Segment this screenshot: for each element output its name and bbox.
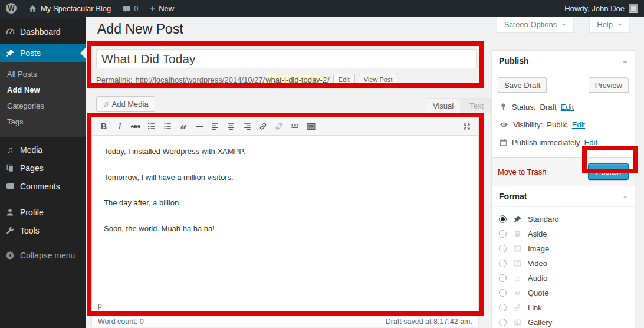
post-title-input[interactable]	[96, 49, 477, 68]
move-to-trash-link[interactable]: Move to Trash	[498, 168, 546, 176]
format-label: Quote	[528, 288, 548, 297]
editor-content-area[interactable]: Today, I installed Wordpress with XAMPP.…	[92, 136, 478, 300]
sidebar-label-posts: Posts	[20, 48, 41, 58]
radio-audio[interactable]	[499, 274, 507, 282]
format-option-gallery[interactable]: Gallery	[499, 315, 627, 328]
strikethrough-button[interactable]: ABC	[129, 120, 143, 133]
radio-standard[interactable]	[499, 215, 507, 223]
screen-options-tab[interactable]: Screen Options	[497, 17, 574, 33]
plus-icon: +	[150, 4, 155, 13]
tab-text[interactable]: Text	[462, 98, 491, 113]
align-left-button[interactable]	[208, 120, 222, 133]
publish-box-header[interactable]: Publish	[492, 51, 635, 71]
radio-aside[interactable]	[499, 230, 507, 238]
format-option-video[interactable]: Video	[499, 256, 627, 271]
comment-bubble-icon	[123, 6, 130, 11]
submenu-tags[interactable]: Tags	[0, 114, 86, 130]
format-option-quote[interactable]: “ Quote	[499, 286, 627, 300]
howdy-user-link[interactable]: Howdy, John Doe	[564, 4, 625, 13]
admin-sidebar: Dashboard Posts All Posts Add New Catego…	[0, 17, 86, 328]
major-publishing-actions: Move to Trash Publish	[492, 157, 635, 186]
user-avatar[interactable]	[629, 4, 638, 13]
site-name-link[interactable]: My Spectacular Blog	[22, 0, 117, 17]
radio-gallery[interactable]	[499, 319, 507, 326]
post-status-pin-icon	[499, 103, 508, 111]
submenu-all-posts[interactable]: All Posts	[0, 66, 86, 82]
format-label: Video	[528, 259, 547, 268]
wordpress-logo-menu[interactable]: W	[0, 0, 22, 17]
blockquote-button[interactable]: “	[176, 120, 190, 133]
video-icon	[512, 259, 523, 268]
schedule-label: Publish immediately	[512, 138, 580, 147]
align-right-button[interactable]	[240, 120, 254, 133]
visibility-row: Visibility: Public Edit	[498, 116, 629, 134]
unlink-button[interactable]	[272, 120, 286, 133]
sidebar-item-comments[interactable]: Comments	[0, 177, 86, 195]
permalink-slug[interactable]: what-i-did-today-2	[265, 75, 327, 85]
pushpin-icon	[512, 215, 523, 224]
editor-toolbar: B I ABC “	[92, 117, 478, 136]
sidebar-item-profile[interactable]: Profile	[0, 203, 86, 221]
sidebar-item-media[interactable]: ♫ Media	[0, 140, 86, 159]
word-count-value: 0	[140, 317, 144, 326]
format-box-header[interactable]: Format	[492, 186, 635, 207]
radio-link[interactable]	[499, 304, 507, 311]
new-content-menu[interactable]: + New	[144, 0, 180, 17]
comments-bubble-icon	[0, 183, 20, 189]
toolbar-toggle-button[interactable]	[304, 120, 318, 133]
submenu-add-new[interactable]: Add New	[0, 82, 86, 98]
page-title: Add New Post	[97, 21, 183, 37]
sidebar-item-dashboard[interactable]: Dashboard	[0, 22, 86, 41]
publish-box: Publish Save Draft Preview Status: Draft…	[491, 50, 635, 186]
image-icon	[512, 244, 523, 253]
horizontal-rule-button[interactable]	[192, 120, 206, 133]
chevron-down-icon	[617, 24, 622, 28]
preview-button[interactable]: Preview	[589, 77, 629, 93]
publish-button[interactable]: Publish	[588, 163, 629, 180]
align-center-button[interactable]	[224, 120, 238, 133]
edit-visibility-link[interactable]: Edit	[572, 120, 585, 129]
radio-video[interactable]	[499, 260, 507, 267]
new-label: New	[159, 4, 174, 13]
format-option-aside[interactable]: Aside	[499, 227, 627, 241]
sidebar-label-tools: Tools	[20, 226, 40, 235]
sidebar-item-collapse-menu[interactable]: Collapse menu	[0, 246, 86, 264]
help-tab[interactable]: Help	[589, 17, 630, 33]
edit-schedule-link[interactable]: Edit	[584, 138, 597, 147]
format-option-standard[interactable]: Standard	[499, 212, 627, 227]
comments-admin-bar[interactable]: 0	[117, 0, 144, 17]
permalink-row: Permalink: http://localhost/wordpress/20…	[96, 73, 397, 87]
element-path[interactable]: p	[98, 301, 102, 310]
toggle-up-icon[interactable]	[623, 193, 627, 198]
admin-bar: W My Spectacular Blog 0 + New Howdy, Joh…	[0, 0, 644, 17]
save-draft-button[interactable]: Save Draft	[498, 77, 547, 93]
radio-image[interactable]	[499, 245, 507, 252]
insert-link-button[interactable]	[256, 120, 270, 133]
format-label: Gallery	[528, 318, 552, 327]
radio-quote[interactable]	[499, 289, 507, 297]
edit-permalink-button[interactable]: Edit	[333, 74, 355, 86]
screen-options-label: Screen Options	[504, 20, 557, 29]
numbered-list-button[interactable]	[160, 120, 175, 133]
bold-button[interactable]: B	[97, 120, 111, 133]
bulleted-list-button[interactable]	[144, 120, 159, 133]
sidebar-item-tools[interactable]: Tools	[0, 221, 86, 240]
format-box-title: Format	[499, 192, 527, 201]
wrench-icon	[0, 226, 20, 235]
permalink-trailing-slash: /	[327, 76, 330, 84]
status-value: Draft	[540, 103, 556, 111]
chevron-down-icon	[561, 24, 566, 28]
view-post-button[interactable]: View Post	[359, 74, 398, 86]
toggle-up-icon[interactable]	[623, 58, 627, 63]
distraction-free-button[interactable]	[459, 120, 474, 133]
add-media-button[interactable]: ♫ Add Media	[96, 96, 155, 111]
format-option-image[interactable]: Image	[499, 241, 627, 256]
italic-button[interactable]: I	[113, 120, 127, 133]
edit-status-link[interactable]: Edit	[561, 103, 574, 111]
tab-visual[interactable]: Visual	[426, 98, 461, 113]
insert-more-tag-button[interactable]	[288, 120, 302, 133]
sidebar-item-pages[interactable]: Pages	[0, 159, 86, 177]
sidebar-item-posts[interactable]: Posts	[0, 44, 86, 62]
submenu-categories[interactable]: Categories	[0, 98, 86, 114]
format-option-audio[interactable]: ♫ Audio	[499, 271, 627, 286]
